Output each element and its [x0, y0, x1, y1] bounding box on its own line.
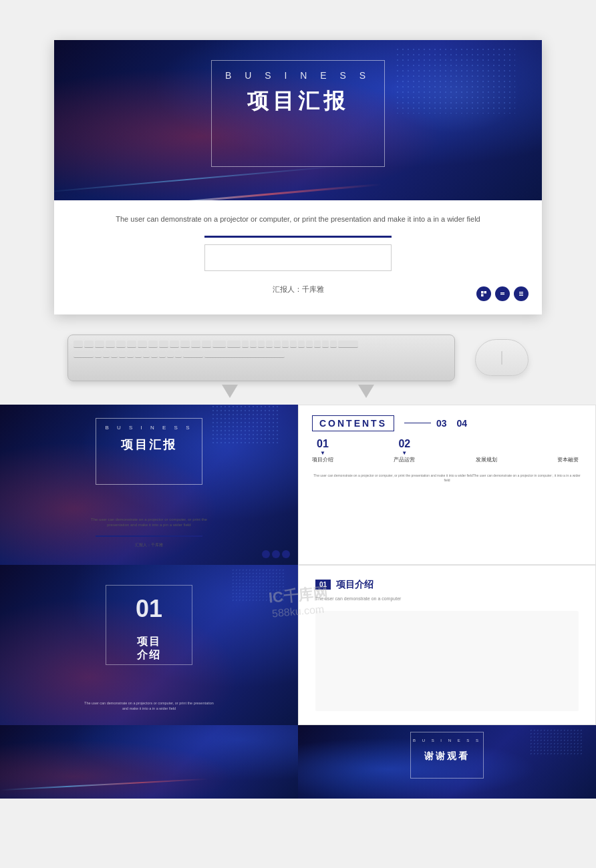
- thumb6-title: 谢谢观看: [424, 750, 470, 763]
- c-arrow-1: ▼: [320, 450, 325, 456]
- white-box: [204, 244, 392, 271]
- c-label-4: 资本融资: [557, 456, 579, 463]
- svg-rect-5: [519, 292, 523, 292]
- c-item-1: 01 ▼ 项目介绍: [312, 438, 333, 463]
- c-label-3: 发展规划: [476, 456, 497, 463]
- icon-btn-2[interactable]: [495, 286, 510, 301]
- thumb1-business: B U S I N E S S: [105, 425, 192, 431]
- c-label-1: 项目介绍: [312, 456, 333, 463]
- light-streak-2: [54, 166, 333, 193]
- slide-body: The user can demonstrate on a projector …: [54, 200, 542, 314]
- t-icon-3[interactable]: [282, 550, 290, 558]
- c-num-2: 02: [398, 438, 410, 450]
- thumb6-business: B U S I N E S S: [413, 738, 481, 742]
- thumb-row-2: 01 项目 介绍 The user can demonstrate on a p…: [0, 565, 596, 725]
- thumb3-num: 01: [136, 595, 162, 623]
- arrows-container: [0, 385, 596, 405]
- business-label: B U S I N E S S: [225, 70, 371, 81]
- thumb3-label: 项目 介绍: [137, 635, 161, 663]
- page-title: 项目介绍: [336, 579, 374, 591]
- slide-action-icons: [476, 286, 529, 301]
- keyboard-section: [0, 314, 596, 388]
- thumb1-title: 项目汇报: [121, 437, 177, 453]
- thumb1-desc: The user can demonstrate on a projector …: [82, 517, 216, 528]
- contents-header: CONTENTS 03 04: [312, 415, 582, 431]
- thumbnail-grid: IC千库网 588ku.com B U S I N E S S 项目汇报 The…: [0, 405, 596, 799]
- svg-rect-4: [500, 294, 504, 294]
- dot-pattern: [395, 47, 515, 114]
- thumbnail-title[interactable]: B U S I N E S S 项目汇报 The user can demons…: [0, 405, 298, 565]
- main-title-zh: 项目汇报: [247, 87, 349, 116]
- svg-rect-0: [481, 291, 484, 294]
- thumbnail-ending[interactable]: B U S I N E S S 谢谢观看: [298, 725, 596, 799]
- c-num-1: 01: [317, 438, 329, 450]
- slide-header: B U S I N E S S 项目汇报: [54, 40, 542, 200]
- c-item-2: 02 ▼ 产品运营: [394, 438, 415, 463]
- svg-rect-1: [484, 291, 487, 294]
- keyboard: [67, 335, 455, 381]
- thumb1-reporter: 汇报人：千库雅: [135, 542, 163, 548]
- arrow-right: [358, 385, 374, 398]
- thumb3-desc: The user can demonstrate on a projectors…: [82, 700, 216, 712]
- slide-description: The user can demonstrate on a projector …: [81, 214, 515, 226]
- svg-rect-3: [500, 292, 504, 293]
- c-arrow-2: ▼: [402, 450, 407, 456]
- svg-rect-7: [519, 294, 523, 295]
- contents-desc: The user can demonstrate on a projector …: [312, 473, 582, 483]
- page-content-area: [315, 611, 579, 711]
- thumb-row-1: B U S I N E S S 项目汇报 The user can demons…: [0, 405, 596, 565]
- contents-numbers: 01 ▼ 项目介绍 02 ▼ 产品运营 03 ▼ 发展规划 04 ▼ 资: [312, 438, 582, 463]
- icon-btn-1[interactable]: [476, 286, 491, 301]
- page-num-badge: 01: [315, 580, 331, 590]
- thumbnail-section-01[interactable]: 01 项目 介绍 The user can demonstrate on a p…: [0, 565, 298, 725]
- thumb4-header: 01 项目介绍: [315, 579, 579, 591]
- mouse: [475, 339, 529, 376]
- main-preview-container: B U S I N E S S 项目汇报 The user can demons…: [54, 40, 542, 314]
- svg-rect-2: [481, 294, 484, 296]
- thumbnail-contents[interactable]: CONTENTS 03 04 01 ▼ 项目介绍 02 ▼ 产品运营 03: [298, 405, 596, 565]
- icon-btn-3[interactable]: [514, 286, 529, 301]
- page-subtitle: The user can demonstrate on a computer: [315, 596, 579, 601]
- c-item-4: 04 ▼ 资本融资: [557, 438, 579, 463]
- reporter-label: 汇报人：千库雅: [81, 284, 515, 294]
- c-label-2: 产品运营: [394, 456, 415, 463]
- contents-label-box: CONTENTS: [312, 415, 394, 431]
- thumb1-bar: [96, 535, 202, 537]
- thumb-row-3: B U S I N E S S 谢谢观看: [0, 725, 596, 799]
- svg-rect-6: [519, 293, 523, 294]
- blue-bar: [204, 236, 392, 238]
- arrow-left: [222, 385, 238, 398]
- thumbnail-section-dark[interactable]: [0, 725, 298, 799]
- t-icon-1[interactable]: [262, 550, 270, 558]
- c-item-3: 03 ▼ 发展规划: [476, 438, 497, 463]
- thumb1-icons: [262, 550, 290, 558]
- t-icon-2[interactable]: [272, 550, 280, 558]
- thumbnail-content-page[interactable]: 01 项目介绍 The user can demonstrate on a co…: [298, 565, 596, 725]
